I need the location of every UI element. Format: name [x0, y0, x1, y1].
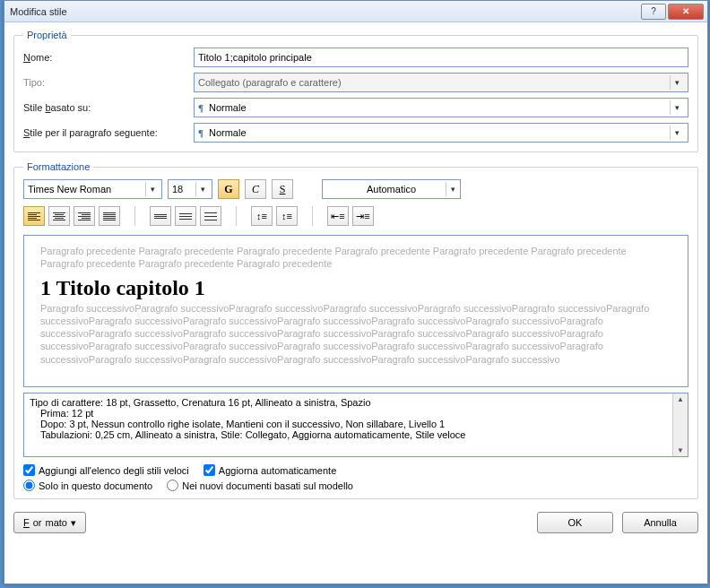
properties-legend: Proprietà	[23, 30, 71, 40]
window-title: Modifica stile	[4, 6, 67, 17]
chevron-down-icon: ▾	[71, 517, 76, 529]
preview-after-text: Paragrafo successivoParagrafo successivo…	[40, 302, 671, 366]
indent-increase-button[interactable]: ⇥≡	[352, 206, 374, 226]
chevron-down-icon[interactable]: ▾	[145, 182, 160, 196]
paragraph-mark-icon: ¶	[198, 102, 203, 113]
chevron-down-icon[interactable]: ▾	[670, 125, 684, 140]
underline-button[interactable]: S	[272, 179, 293, 199]
align-center-button[interactable]	[48, 206, 70, 226]
scrollbar[interactable]: ▲ ▼	[672, 393, 688, 456]
doc-only-radio[interactable]: Solo in questo documento	[23, 480, 152, 491]
based-on-label: Stile basato su:	[23, 102, 194, 113]
desc-line: Prima: 12 pt	[30, 408, 682, 419]
align-right-button[interactable]	[74, 206, 95, 226]
desc-line: Tipo di carattere: 18 pt, Grassetto, Cre…	[30, 397, 682, 408]
formatting-legend: Formattazione	[23, 161, 93, 172]
description-box: Tipo di carattere: 18 pt, Grassetto, Cre…	[23, 393, 688, 457]
font-dropdown[interactable]: Times New Roman ▾	[23, 179, 162, 199]
dialog-window: Modifica stile ? ✕ Proprietà NNome:ome: …	[4, 0, 708, 584]
quick-styles-input[interactable]	[23, 464, 35, 476]
align-left-button[interactable]	[23, 206, 45, 226]
line-spacing-1-button[interactable]	[150, 206, 171, 226]
paragraph-mark-icon: ¶	[198, 127, 203, 138]
chevron-down-icon[interactable]: ▾	[195, 182, 210, 196]
format-button[interactable]: ForFormatomato ▾	[13, 512, 86, 533]
formatting-group: Formattazione Times New Roman ▾ 18 ▾ G C…	[13, 161, 698, 499]
font-value: Times New Roman	[28, 184, 111, 195]
preview-panel: Paragrafo precedente Paragrafo precedent…	[23, 235, 688, 387]
help-button[interactable]: ?	[641, 4, 666, 20]
titlebar: Modifica stile ? ✕	[4, 1, 707, 22]
type-dropdown: Collegato (paragrafo e carattere) ▾	[194, 73, 688, 92]
scroll-down-icon[interactable]: ▼	[677, 445, 684, 456]
chevron-down-icon[interactable]: ▾	[446, 182, 460, 196]
quick-styles-checkbox[interactable]: Aggiungi all'elenco degli stili veloci	[23, 464, 189, 476]
line-spacing-15-button[interactable]	[175, 206, 196, 226]
auto-update-input[interactable]	[203, 464, 215, 476]
template-input[interactable]	[167, 480, 178, 491]
ok-button[interactable]: OK	[537, 512, 613, 533]
desc-line: Dopo: 3 pt, Nessun controllo righe isola…	[30, 419, 682, 429]
line-spacing-2-button[interactable]	[200, 206, 221, 226]
bold-button[interactable]: G	[218, 179, 239, 199]
space-before-inc-button[interactable]: ↕≡	[251, 206, 273, 226]
font-color-dropdown[interactable]: Automatico ▾	[322, 179, 461, 199]
next-style-value: Normale	[209, 127, 247, 138]
italic-button[interactable]: C	[245, 179, 266, 199]
size-value: 18	[172, 184, 183, 195]
type-label: Tipo:	[23, 77, 194, 88]
space-before-dec-button[interactable]: ↕≡	[276, 206, 298, 226]
cancel-button[interactable]: Annulla	[622, 512, 698, 533]
indent-decrease-button[interactable]: ⇤≡	[327, 206, 349, 226]
font-color-value: Automatico	[367, 184, 416, 195]
preview-before-text: Paragrafo precedente Paragrafo precedent…	[40, 245, 671, 271]
chevron-down-icon: ▾	[670, 75, 684, 90]
desc-line: Tabulazioni: 0,25 cm, Allineato a sinist…	[30, 429, 682, 440]
preview-title: 1 Titolo capitolo 1	[40, 276, 671, 300]
doc-only-input[interactable]	[23, 480, 35, 491]
template-radio[interactable]: Nei nuovi documenti basati sul modello	[167, 480, 353, 491]
name-input[interactable]	[194, 48, 688, 67]
size-dropdown[interactable]: 18 ▾	[168, 179, 212, 199]
align-justify-button[interactable]	[99, 206, 120, 226]
chevron-down-icon[interactable]: ▾	[670, 100, 684, 115]
based-on-value: Normale	[209, 102, 247, 113]
next-style-dropdown[interactable]: ¶Normale ▾	[194, 123, 688, 143]
name-label: NNome:ome:	[23, 52, 194, 63]
type-value: Collegato (paragrafo e carattere)	[198, 77, 342, 88]
properties-group: Proprietà NNome:ome: Tipo: Collegato (pa…	[13, 30, 698, 152]
next-style-label: Stile per il paragrafo seguente:	[23, 127, 194, 138]
based-on-dropdown[interactable]: ¶Normale ▾	[194, 98, 688, 117]
scroll-up-icon[interactable]: ▲	[677, 393, 684, 405]
close-button[interactable]: ✕	[668, 4, 704, 20]
auto-update-checkbox[interactable]: Aggiorna automaticamente	[203, 464, 336, 476]
